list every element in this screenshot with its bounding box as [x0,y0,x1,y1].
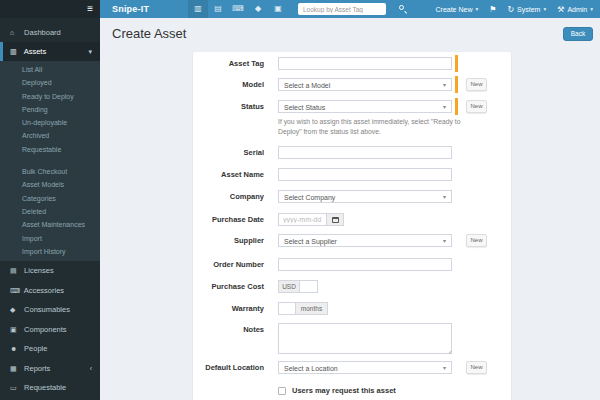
company-select[interactable]: Select Company ▾ [278,190,452,203]
submenu-item-deleted[interactable]: Deleted [0,205,100,218]
sidebar-header: ≡ [0,0,100,18]
consumables-shortcut-icon[interactable]: ◆ [248,0,268,18]
calendar-button[interactable] [326,213,344,226]
order-number-input[interactable] [278,258,452,271]
notes-textarea[interactable] [278,323,452,354]
form-row-purchase-cost: Purchase Cost USD [193,280,511,293]
default-location-select-value: Select a Location [284,365,338,372]
submenu-item-import-history[interactable]: Import History [0,245,100,258]
sidebar-item-accessories[interactable]: ⌨ Accessories [0,281,100,301]
status-label: Status [193,100,264,113]
requestable-checkbox[interactable] [278,387,286,395]
notes-label: Notes [193,323,264,336]
sidebar-item-label: Assets [24,47,47,56]
create-new-dropdown[interactable]: Create New ▾ [436,6,479,13]
submenu-item-import[interactable]: Import [0,232,100,245]
submenu-item-asset-models[interactable]: Asset Models [0,178,100,191]
purchase-date-label: Purchase Date [193,213,264,226]
navbar-right-menu: Create New ▾ ⚑ ↻ System ▾ ⚒ Admin ▾ [436,0,594,18]
chevron-down-icon: ▾ [590,6,593,12]
components-shortcut-icon[interactable]: ▣ [268,0,288,18]
submenu-item-bulk-checkout[interactable]: Bulk Checkout [0,165,100,178]
licenses-shortcut-icon[interactable]: ▤ [208,0,228,18]
submenu-item-requestable[interactable]: Requestable [0,143,100,156]
sidebar: ≡ ⌂ Dashboard ▥ Assets ▾ List All Deploy… [0,0,100,400]
purchase-cost-input[interactable] [299,280,318,293]
assets-shortcut-icon[interactable]: ▥ [188,0,208,18]
sidebar-item-people[interactable]: ☻ People [0,339,100,359]
submenu-item-archived[interactable]: Archived [0,129,100,142]
admin-dropdown[interactable]: ⚒ Admin ▾ [557,5,593,14]
submenu-item-categories[interactable]: Categories [0,192,100,205]
submenu-item-asset-maintenances[interactable]: Asset Maintenances [0,218,100,231]
required-indicator [455,98,458,115]
supplier-select[interactable]: Select a Supplier ▾ [278,234,452,247]
model-select[interactable]: Select a Model ▾ [278,78,452,91]
submenu-item-un-deployable[interactable]: Un-deployable [0,116,100,129]
sidebar-item-reports[interactable]: ▦ Reports ‹ [0,359,100,379]
asset-tag-search-input[interactable] [298,3,386,15]
supplier-new-button[interactable]: New [466,234,487,247]
purchase-cost-label: Purchase Cost [193,280,264,293]
top-navbar: Snipe-IT ▥ ▤ ⌨ ◆ ▣ Create New ▾ ⚑ ↻ Syst… [100,0,600,18]
sidebar-toggle-icon[interactable]: ≡ [87,0,93,18]
sidebar-menu: ⌂ Dashboard ▥ Assets ▾ List All Deployed… [0,18,100,398]
sidebar-item-dashboard[interactable]: ⌂ Dashboard [0,23,100,42]
asset-tag-label: Asset Tag [193,57,264,70]
sidebar-item-assets[interactable]: ▥ Assets ▾ [0,42,100,61]
default-location-label: Default Location [193,361,264,374]
serial-input[interactable] [278,146,452,159]
asset-name-label: Asset Name [193,168,264,181]
home-icon: ⌂ [10,23,22,42]
sidebar-item-components[interactable]: ▣ Components [0,320,100,340]
wrench-icon: ⚒ [557,5,564,14]
chevron-down-icon: ▾ [543,6,546,12]
sidebar-item-licenses[interactable]: ▤ Licenses [0,261,100,281]
form-row-notes: Notes [193,323,511,354]
chart-icon: ▦ [10,359,22,379]
back-button[interactable]: Back [563,27,593,41]
droplet-icon: ◆ [10,300,22,320]
sidebar-item-consumables[interactable]: ◆ Consumables [0,300,100,320]
default-location-select[interactable]: Select a Location ▾ [278,361,452,374]
sidebar-item-requestable[interactable]: ▭ Requestable [0,378,100,398]
system-label: System [517,6,540,13]
chevron-down-icon: ▾ [475,6,478,12]
warranty-label: Warranty [193,302,264,315]
status-new-button[interactable]: New [466,100,487,113]
sidebar-item-label: People [24,344,47,353]
laptop-icon: ▭ [10,378,22,398]
submenu-item-list-all[interactable]: List All [0,63,100,76]
form-row-warranty: Warranty months [193,302,511,315]
currency-prefix: USD [278,280,300,293]
form-row-purchase-date: Purchase Date [193,213,511,226]
submenu-item-ready-to-deploy[interactable]: Ready to Deploy [0,90,100,103]
requestable-checkbox-label: Users may request this asset [292,384,396,397]
page-title: Create Asset [112,26,186,41]
company-select-value: Select Company [284,194,335,201]
app-logo[interactable]: Snipe-IT [112,0,149,18]
warranty-input[interactable] [278,302,296,315]
system-dropdown[interactable]: ↻ System ▾ [507,5,546,14]
sidebar-item-label: Accessories [24,286,64,295]
serial-label: Serial [193,146,264,159]
form-row-requestable: Users may request this asset [193,384,511,397]
form-row-supplier: Supplier Select a Supplier ▾ New [193,234,511,247]
warranty-suffix: months [295,302,328,315]
purchase-date-input[interactable] [278,213,327,226]
submenu-item-deployed[interactable]: Deployed [0,76,100,89]
company-label: Company [193,190,264,203]
search-icon [399,5,404,10]
submenu-item-pending[interactable]: Pending [0,103,100,116]
file-icon: ▤ [10,261,22,281]
model-new-button[interactable]: New [466,78,487,91]
status-select[interactable]: Select Status ▾ [278,100,452,113]
language-flag-button[interactable]: ⚑ [489,5,496,14]
search-button[interactable] [394,0,412,18]
asset-tag-input[interactable] [278,57,452,70]
default-location-new-button[interactable]: New [466,361,487,374]
chevron-down-icon: ▾ [443,236,446,247]
accessories-shortcut-icon[interactable]: ⌨ [228,0,248,18]
asset-name-input[interactable] [278,168,452,181]
sidebar-item-label: Consumables [24,305,70,314]
